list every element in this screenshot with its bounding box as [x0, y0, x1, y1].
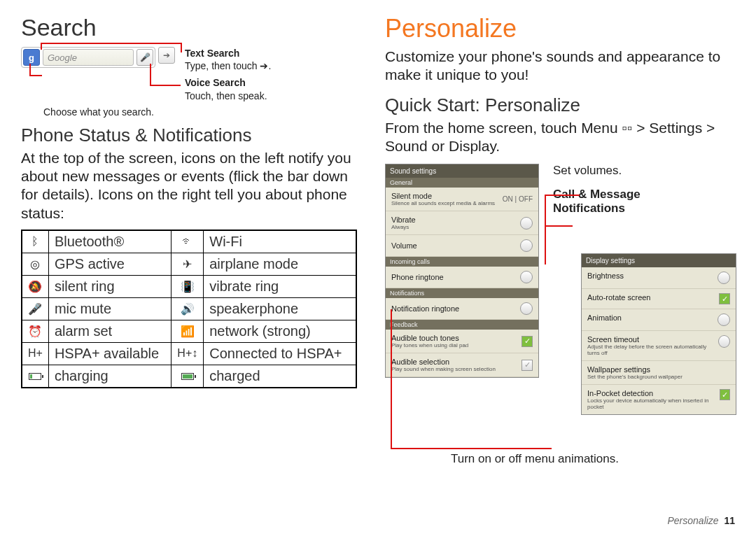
- status-icon: 📳: [172, 275, 204, 297]
- table-row: chargingcharged: [22, 365, 356, 388]
- status-icon: ᯤ: [172, 230, 204, 253]
- display-title: Display settings: [582, 254, 736, 267]
- choose-caption: Choose what you search.: [43, 106, 357, 118]
- ann-animations: Turn on or off menu animations.: [392, 452, 728, 466]
- phone-status-para: At the top of the screen, icons on the l…: [21, 149, 357, 223]
- status-label: network (strong): [204, 320, 356, 342]
- status-icon: ✈: [172, 253, 204, 275]
- personalize-intro: Customize your phone's sounds and appear…: [385, 48, 735, 85]
- row-ringtone[interactable]: Phone ringtone: [386, 267, 538, 288]
- status-table: ᛒBluetooth®ᯤWi-Fi◎GPS active✈airplane mo…: [21, 230, 357, 388]
- table-row: 🎤̸mic mute🔊speakerphone: [22, 297, 356, 320]
- search-heading: Search: [21, 14, 357, 41]
- status-icon: 🔊: [172, 297, 204, 320]
- sec-feedback: Feedback: [386, 320, 538, 330]
- row-autorotate[interactable]: Auto-rotate screen✓: [582, 289, 736, 309]
- row-vibrate[interactable]: VibrateAlways: [386, 211, 538, 235]
- row-animation[interactable]: Animation: [582, 309, 736, 331]
- status-icon: ⏰: [22, 320, 48, 342]
- row-pocket[interactable]: In-Pocket detectionLocks your device aut…: [582, 385, 736, 414]
- control-icon[interactable]: [718, 271, 730, 284]
- row-volume[interactable]: Volume: [386, 235, 538, 257]
- status-icon: 📶: [172, 320, 204, 342]
- ann-call-sub: Notifications: [553, 202, 625, 215]
- status-icon: [172, 365, 204, 388]
- table-row: ◎GPS active✈airplane mode: [22, 253, 356, 275]
- control-icon[interactable]: [718, 335, 730, 348]
- right-column: Personalize Customize your phone's sound…: [378, 0, 756, 536]
- sec-notif: Notifications: [386, 288, 538, 298]
- table-row: ⏰alarm set📶network (strong): [22, 320, 356, 342]
- status-label: silent ring: [48, 275, 171, 297]
- status-label: GPS active: [48, 253, 171, 275]
- status-label: charging: [48, 365, 171, 388]
- table-row: ᛒBluetooth®ᯤWi-Fi: [22, 230, 356, 253]
- status-icon: H+: [22, 342, 48, 365]
- row-timeout[interactable]: Screen timeoutAdjust the delay before th…: [582, 331, 736, 361]
- go-arrow-icon[interactable]: ➔: [158, 47, 175, 64]
- status-icon: H+↕: [172, 342, 204, 365]
- search-input[interactable]: Google: [43, 49, 134, 66]
- sound-settings-screenshot: Sound settings General Silent modeSilenc…: [385, 164, 539, 378]
- table-row: H+HSPA+ availableH+↕Connected to HSPA+: [22, 342, 356, 365]
- row-wallpaper[interactable]: Wallpaper settingsSet the phone's backgr…: [582, 361, 736, 385]
- status-label: Bluetooth®: [48, 230, 171, 253]
- row-audible-selection[interactable]: Audible selectionPlay sound when making …: [386, 353, 538, 377]
- quickstart-path: From the home screen, touch Menu ▫▫ > Se…: [385, 119, 735, 156]
- status-icon: 🎤̸: [22, 297, 48, 320]
- status-label: mic mute: [48, 297, 171, 320]
- left-column: Search g Google 🎤 ➔ Text SearchType, the…: [0, 0, 378, 536]
- status-icon: ◎: [22, 253, 48, 275]
- row-touch-tones[interactable]: Audible touch tonesPlay tones when using…: [386, 330, 538, 353]
- row-silent[interactable]: Silent modeSilence all sounds except med…: [386, 188, 538, 211]
- checkbox-on-icon[interactable]: ✓: [719, 293, 730, 304]
- ann-volumes: Set volumes.: [553, 164, 735, 178]
- sec-general: General: [386, 178, 538, 188]
- sound-title: Sound settings: [386, 164, 538, 178]
- status-icon: 🔕: [22, 275, 48, 297]
- status-label: airplane mode: [204, 253, 356, 275]
- quickstart-heading: Quick Start: Personalize: [385, 94, 735, 116]
- control-icon[interactable]: [520, 271, 533, 283]
- phone-status-heading: Phone Status & Notifications: [21, 125, 357, 146]
- status-label: HSPA+ available: [48, 342, 171, 365]
- status-icon: [22, 365, 48, 388]
- page-footer: Personalize 11: [667, 515, 735, 526]
- personalize-heading: Personalize: [385, 14, 735, 43]
- control-icon[interactable]: [718, 313, 730, 326]
- search-callouts: Text SearchType, then touch ➔. Voice Sea…: [185, 47, 271, 102]
- status-label: vibrate ring: [204, 275, 356, 297]
- table-row: 🔕silent ring📳vibrate ring: [22, 275, 356, 297]
- checkbox-off-icon[interactable]: ✓: [522, 360, 533, 371]
- control-icon[interactable]: [520, 217, 533, 230]
- search-figure: g Google 🎤 ➔ Text SearchType, then touch…: [21, 47, 357, 102]
- row-brightness[interactable]: Brightness: [582, 267, 736, 289]
- control-icon[interactable]: [520, 239, 533, 252]
- display-settings-screenshot: Display settings Brightness Auto-rotate …: [581, 253, 736, 415]
- status-label: Connected to HSPA+: [204, 342, 356, 365]
- status-label: charged: [204, 365, 356, 388]
- status-label: speakerphone: [204, 297, 356, 320]
- sec-incoming: Incoming calls: [386, 257, 538, 267]
- row-notif-ring[interactable]: Notification ringtone: [386, 298, 538, 320]
- checkbox-on-icon[interactable]: ✓: [720, 389, 730, 400]
- google-g-icon[interactable]: g: [23, 49, 40, 66]
- checkbox-on-icon[interactable]: ✓: [522, 336, 533, 347]
- status-label: alarm set: [48, 320, 171, 342]
- status-icon: ᛒ: [22, 230, 48, 253]
- status-label: Wi-Fi: [204, 230, 356, 253]
- search-widget: g Google 🎤: [21, 47, 155, 68]
- control-icon[interactable]: [520, 302, 533, 315]
